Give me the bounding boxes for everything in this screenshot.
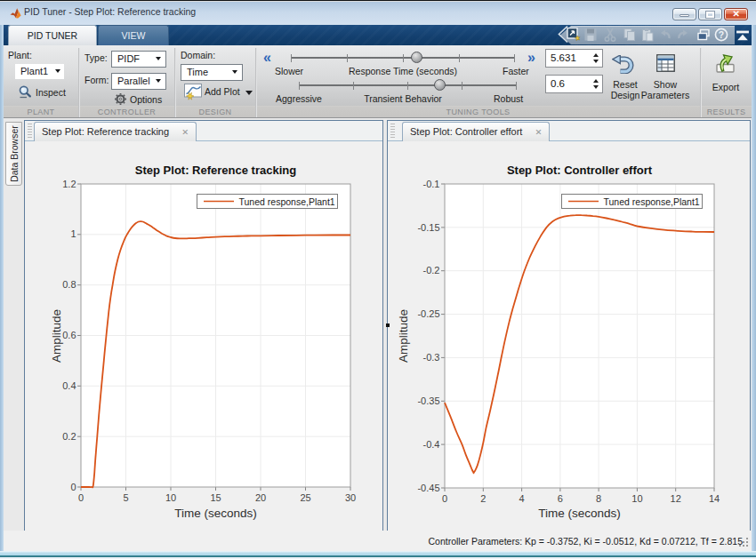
svg-text:Tuned response,Plant1: Tuned response,Plant1: [604, 196, 700, 207]
svg-text:Amplitude: Amplitude: [50, 309, 63, 363]
svg-text:4: 4: [519, 493, 525, 504]
svg-text:?: ?: [719, 30, 724, 40]
svg-text:0.4: 0.4: [62, 380, 76, 391]
svg-text:2: 2: [480, 493, 486, 504]
svg-text:Step Plot: Controller effort: Step Plot: Controller effort: [507, 164, 653, 177]
svg-text:Tuned response,Plant1: Tuned response,Plant1: [239, 196, 335, 207]
svg-text:0: 0: [442, 493, 447, 504]
svg-text:Step Plot: Reference tracking: Step Plot: Reference tracking: [135, 164, 296, 177]
svg-text:25: 25: [300, 492, 310, 503]
svg-text:-0.15: -0.15: [417, 222, 439, 233]
svg-text:-0.1: -0.1: [423, 179, 440, 189]
svg-text:Time (seconds): Time (seconds): [174, 507, 257, 520]
svg-text:0.2: 0.2: [62, 431, 76, 442]
svg-text:10: 10: [631, 493, 642, 504]
svg-text:14: 14: [709, 493, 720, 504]
svg-text:1: 1: [70, 228, 76, 239]
svg-text:Amplitude: Amplitude: [397, 309, 410, 363]
svg-text:15: 15: [210, 492, 221, 503]
svg-text:0.6: 0.6: [62, 330, 76, 340]
svg-text:Time (seconds): Time (seconds): [538, 507, 621, 520]
svg-text:10: 10: [165, 492, 176, 503]
svg-text:-0.4: -0.4: [423, 439, 440, 450]
svg-text:0: 0: [78, 492, 84, 503]
svg-text:0: 0: [70, 482, 76, 492]
svg-text:8: 8: [596, 493, 601, 504]
svg-text:-0.25: -0.25: [417, 308, 439, 319]
svg-text:30: 30: [345, 492, 356, 503]
svg-text:6: 6: [558, 493, 563, 504]
svg-text:-0.3: -0.3: [423, 352, 440, 363]
svg-text:-0.2: -0.2: [423, 265, 440, 276]
svg-text:-0.45: -0.45: [417, 483, 439, 493]
svg-text:1.2: 1.2: [62, 179, 76, 189]
svg-text:0.8: 0.8: [62, 279, 76, 290]
svg-text:12: 12: [671, 493, 681, 504]
svg-text:5: 5: [123, 492, 128, 503]
svg-text:20: 20: [255, 492, 266, 503]
svg-text:-0.35: -0.35: [417, 395, 439, 406]
